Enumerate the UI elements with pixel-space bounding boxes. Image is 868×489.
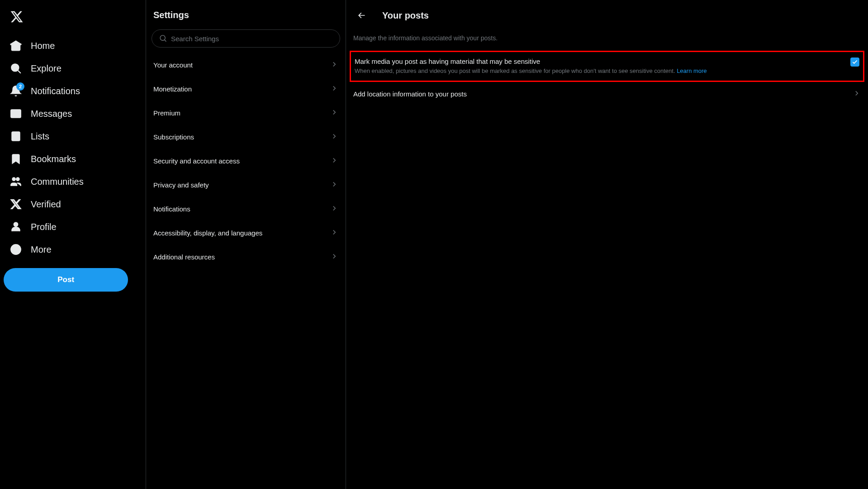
settings-item-additional[interactable]: Additional resources: [146, 245, 346, 269]
highlighted-setting: Mark media you post as having material t…: [350, 51, 864, 82]
settings-item-label: Your account: [153, 61, 193, 69]
add-location-label: Add location information to your posts: [353, 90, 467, 98]
person-icon: [10, 221, 22, 233]
chevron-right-icon: [330, 228, 338, 238]
settings-title: Settings: [146, 5, 346, 29]
nav-label: Bookmarks: [31, 154, 76, 164]
notification-badge: 2: [16, 82, 24, 91]
arrow-left-icon: [357, 11, 366, 20]
mail-icon: [10, 108, 22, 120]
nav-bookmarks[interactable]: Bookmarks: [4, 148, 142, 170]
svg-point-6: [12, 177, 15, 181]
search-input[interactable]: [171, 35, 332, 43]
nav-communities[interactable]: Communities: [4, 170, 142, 193]
nav-messages[interactable]: Messages: [4, 102, 142, 125]
bookmark-icon: [10, 153, 22, 165]
chevron-right-icon: [330, 132, 338, 142]
people-icon: [10, 176, 22, 187]
nav-label: Lists: [31, 131, 49, 142]
search-icon: [10, 62, 22, 74]
chevron-right-icon: [330, 84, 338, 94]
svg-point-8: [14, 222, 18, 226]
more-icon: [10, 244, 22, 255]
sensitive-media-subtitle: When enabled, pictures and videos you po…: [355, 67, 841, 75]
detail-column: Your posts Manage the information associ…: [346, 0, 868, 489]
chevron-right-icon: [330, 60, 338, 70]
chevron-right-icon: [853, 89, 861, 99]
svg-point-12: [18, 249, 19, 250]
settings-item-label: Subscriptions: [153, 133, 194, 141]
list-icon: [10, 130, 22, 142]
settings-item-label: Security and account access: [153, 157, 240, 165]
add-location-row[interactable]: Add location information to your posts: [346, 82, 868, 106]
nav-label: Communities: [31, 177, 84, 187]
primary-sidebar: Home Explore 2 Notifications Messages Li…: [0, 0, 146, 489]
bell-icon: 2: [10, 85, 22, 97]
home-icon: [10, 40, 22, 52]
settings-item-label: Monetization: [153, 85, 192, 93]
chevron-right-icon: [330, 180, 338, 190]
settings-item-security[interactable]: Security and account access: [146, 149, 346, 173]
settings-item-label: Privacy and safety: [153, 181, 209, 189]
nav-label: Profile: [31, 222, 57, 232]
sensitive-media-title: Mark media you post as having material t…: [355, 58, 841, 65]
learn-more-link[interactable]: Learn more: [677, 67, 707, 74]
settings-item-monetization[interactable]: Monetization: [146, 77, 346, 101]
settings-item-label: Notifications: [153, 205, 190, 213]
x-icon: [10, 198, 22, 210]
svg-point-0: [11, 64, 19, 71]
nav-label: Home: [31, 41, 55, 51]
nav-label: Verified: [31, 199, 61, 210]
detail-title: Your posts: [382, 10, 429, 21]
post-button[interactable]: Post: [4, 268, 128, 292]
nav-notifications[interactable]: 2 Notifications: [4, 80, 142, 102]
check-icon: [852, 59, 858, 65]
settings-item-premium[interactable]: Premium: [146, 101, 346, 125]
settings-column: Settings Your account Monetization Premi…: [146, 0, 346, 489]
nav-label: More: [31, 244, 52, 255]
settings-item-accessibility[interactable]: Accessibility, display, and languages: [146, 221, 346, 245]
nav-lists[interactable]: Lists: [4, 125, 142, 148]
settings-item-label: Premium: [153, 109, 180, 117]
back-button[interactable]: [353, 7, 370, 24]
nav-home[interactable]: Home: [4, 34, 142, 57]
chevron-right-icon: [330, 108, 338, 118]
svg-point-10: [13, 249, 14, 250]
svg-point-7: [16, 177, 19, 181]
chevron-right-icon: [330, 204, 338, 214]
nav-verified[interactable]: Verified: [4, 193, 142, 216]
settings-item-subscriptions[interactable]: Subscriptions: [146, 125, 346, 149]
nav-label: Explore: [31, 63, 62, 74]
nav-label: Notifications: [31, 86, 80, 96]
sensitive-media-checkbox[interactable]: [850, 58, 859, 67]
chevron-right-icon: [330, 156, 338, 166]
nav-profile[interactable]: Profile: [4, 216, 142, 238]
x-logo[interactable]: [4, 5, 142, 31]
settings-item-label: Additional resources: [153, 253, 215, 261]
nav-more[interactable]: More: [4, 238, 142, 261]
settings-item-your-account[interactable]: Your account: [146, 53, 346, 77]
search-icon: [159, 34, 167, 43]
settings-item-label: Accessibility, display, and languages: [153, 229, 262, 237]
svg-line-1: [18, 71, 21, 73]
settings-item-notifications[interactable]: Notifications: [146, 197, 346, 221]
search-settings[interactable]: [152, 29, 340, 48]
chevron-right-icon: [330, 252, 338, 262]
nav-explore[interactable]: Explore: [4, 57, 142, 80]
detail-description: Manage the information associated with y…: [346, 29, 868, 51]
svg-point-11: [15, 249, 17, 250]
nav-label: Messages: [31, 109, 72, 119]
settings-item-privacy[interactable]: Privacy and safety: [146, 173, 346, 197]
